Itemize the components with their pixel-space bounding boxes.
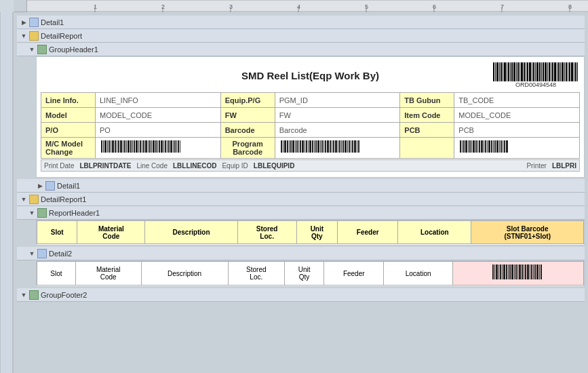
- tree-label-detailreport: DetailReport: [41, 32, 82, 40]
- svg-rect-127: [315, 140, 317, 153]
- group-icon-2: [37, 208, 47, 218]
- svg-rect-102: [168, 140, 170, 153]
- svg-rect-149: [358, 140, 359, 153]
- expand-icon[interactable]: ▶: [20, 18, 28, 26]
- tree-row-detailreport1[interactable]: ▼ DetailReport1: [17, 193, 585, 206]
- slot-detail-unit-qty: UnitQty: [285, 262, 324, 286]
- collapse-icon[interactable]: ▼: [20, 32, 28, 40]
- collapse-icon-3[interactable]: ▼: [20, 195, 28, 203]
- svg-rect-61: [569, 62, 570, 81]
- svg-rect-77: [120, 140, 122, 153]
- svg-rect-100: [165, 140, 166, 153]
- svg-rect-197: [534, 264, 536, 279]
- tree-label-groupheader1: GroupHeader1: [49, 45, 98, 54]
- svg-rect-41: [532, 62, 532, 81]
- svg-rect-172: [503, 140, 503, 153]
- svg-rect-106: [176, 140, 177, 153]
- svg-rect-68: [103, 140, 104, 153]
- equip-id-label: Equip ID: [222, 162, 248, 170]
- collapse-icon-2[interactable]: ▼: [28, 45, 36, 54]
- svg-rect-161: [481, 140, 483, 153]
- svg-rect-37: [524, 62, 525, 81]
- svg-rect-24: [499, 62, 500, 81]
- svg-rect-119: [300, 140, 301, 153]
- svg-rect-79: [124, 140, 125, 153]
- tree-row-detail1-inner[interactable]: ▶ Detail1: [17, 179, 585, 193]
- svg-rect-191: [524, 264, 524, 279]
- svg-rect-159: [477, 140, 478, 153]
- svg-rect-178: [498, 264, 499, 279]
- svg-rect-134: [330, 140, 331, 153]
- svg-rect-184: [509, 264, 511, 279]
- svg-rect-39: [527, 62, 528, 81]
- svg-rect-84: [134, 140, 135, 153]
- collapse-icon-6[interactable]: ▼: [20, 291, 28, 299]
- value-mc-barcode: [96, 138, 221, 159]
- svg-rect-193: [527, 264, 529, 279]
- tree-row-detailreport[interactable]: ▼ DetailReport: [17, 29, 585, 43]
- svg-rect-60: [568, 62, 568, 81]
- svg-text:2: 2: [161, 3, 165, 10]
- slot-detail-description: Description: [141, 262, 228, 286]
- svg-rect-22: [495, 62, 496, 81]
- label-barcode: Barcode: [220, 123, 275, 138]
- svg-rect-55: [558, 62, 560, 81]
- collapse-icon-5[interactable]: ▼: [28, 250, 36, 258]
- svg-rect-200: [541, 264, 542, 279]
- info-table: Line Info. LINE_INFO Equip.P/G PGM_ID TB…: [41, 92, 580, 159]
- svg-rect-108: [180, 140, 180, 153]
- svg-rect-130: [321, 140, 323, 153]
- svg-rect-140: [341, 140, 342, 153]
- tree-row-groupfooter2[interactable]: ▼ GroupFooter2: [17, 288, 585, 302]
- expand-icon-2[interactable]: ▶: [36, 182, 44, 190]
- svg-rect-173: [504, 140, 505, 153]
- svg-rect-164: [487, 140, 488, 153]
- info-row-2: Model MODEL_CODE FW FW Item Code MODEL_C…: [41, 108, 580, 123]
- tree-row-reportheader1[interactable]: ▼ ReportHeader1: [17, 206, 585, 220]
- svg-rect-92: [149, 140, 151, 153]
- collapse-icon-4[interactable]: ▼: [28, 209, 36, 217]
- svg-rect-65: [577, 62, 578, 81]
- svg-rect-145: [351, 140, 351, 153]
- label-empty: [400, 138, 454, 159]
- svg-rect-93: [151, 140, 152, 153]
- svg-rect-165: [488, 140, 490, 153]
- report-title-container: SMD Reel List(Eqp Work By): [176, 70, 446, 81]
- svg-rect-56: [560, 62, 561, 81]
- svg-rect-31: [511, 62, 513, 81]
- svg-rect-167: [493, 140, 494, 153]
- svg-rect-58: [564, 62, 565, 81]
- tree-row-groupheader1[interactable]: ▼ GroupHeader1: [17, 43, 585, 56]
- tree-row-detail2[interactable]: ▼ Detail2: [17, 247, 585, 260]
- svg-rect-87: [140, 140, 141, 153]
- svg-rect-63: [574, 62, 574, 81]
- slot-col-location: Location: [398, 221, 471, 244]
- svg-rect-59: [566, 62, 567, 81]
- svg-rect-190: [522, 264, 523, 279]
- printer-label: Printer: [526, 162, 546, 170]
- svg-rect-139: [339, 140, 340, 153]
- svg-rect-98: [161, 140, 163, 153]
- tree-label-detail1-inner: Detail1: [57, 182, 80, 190]
- print-date-row: Print Date LBLPRINTDATE Line Code LBLLIN…: [41, 159, 580, 172]
- svg-rect-43: [535, 62, 536, 81]
- svg-rect-53: [554, 62, 556, 81]
- svg-rect-82: [130, 140, 132, 153]
- svg-rect-189: [519, 264, 521, 279]
- svg-rect-180: [502, 264, 503, 279]
- label-po: P/O: [41, 123, 96, 138]
- svg-rect-187: [515, 264, 517, 279]
- svg-rect-89: [143, 140, 144, 153]
- svg-rect-199: [539, 264, 540, 279]
- slot-table-header: Slot MaterialCode Description StoredLoc.…: [37, 220, 584, 244]
- svg-rect-163: [485, 140, 486, 153]
- report-title: SMD Reel List(Eqp Work By): [241, 70, 379, 81]
- svg-rect-23: [496, 62, 498, 81]
- svg-rect-80: [126, 140, 127, 153]
- tree-row-detail1-top[interactable]: ▶ Detail1: [17, 16, 585, 29]
- svg-rect-73: [112, 140, 114, 153]
- svg-rect-51: [551, 62, 551, 81]
- label-item-code: Item Code: [400, 108, 454, 123]
- svg-rect-154: [468, 140, 469, 153]
- detail-icon-3: [37, 249, 47, 258]
